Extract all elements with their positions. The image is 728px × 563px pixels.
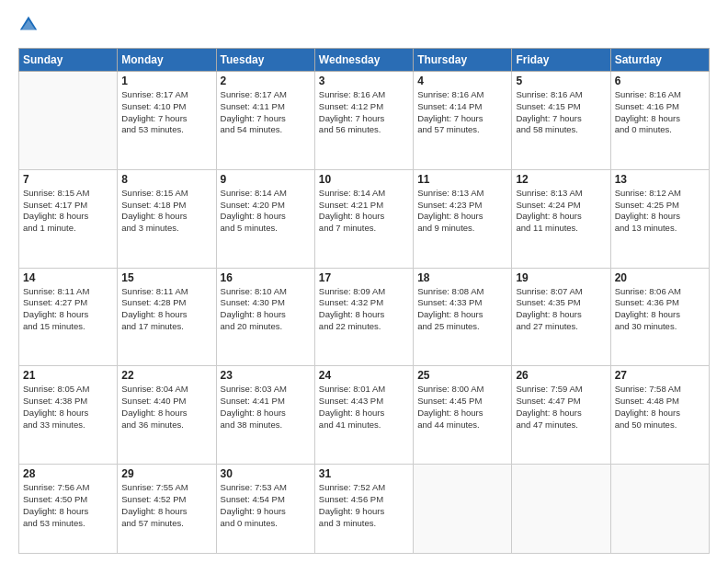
daylight-hours: Daylight: 8 hours (615, 309, 705, 321)
calendar-cell: 16Sunrise: 8:10 AMSunset: 4:30 PMDayligh… (216, 268, 314, 366)
day-number: 23 (221, 369, 311, 382)
daylight-hours: Daylight: 8 hours (221, 408, 311, 419)
calendar-table: SundayMondayTuesdayWednesdayThursdayFrid… (18, 48, 710, 554)
day-number: 7 (23, 173, 113, 186)
calendar-cell: 28Sunrise: 7:56 AMSunset: 4:50 PMDayligh… (19, 465, 118, 554)
daylight-minutes: and 25 minutes. (417, 321, 507, 333)
sunrise-text: Sunrise: 8:08 AM (417, 286, 507, 298)
sunset-text: Sunset: 4:45 PM (417, 396, 507, 408)
sunset-text: Sunset: 4:47 PM (516, 396, 606, 408)
sunset-text: Sunset: 4:28 PM (121, 297, 211, 309)
sunset-text: Sunset: 4:40 PM (121, 396, 211, 408)
daylight-minutes: and 0 minutes. (221, 518, 311, 530)
sunrise-text: Sunrise: 8:12 AM (615, 188, 705, 200)
daylight-minutes: and 13 minutes. (615, 223, 705, 235)
sunset-text: Sunset: 4:10 PM (121, 101, 211, 113)
daylight-minutes: and 15 minutes. (23, 321, 113, 333)
sunrise-text: Sunrise: 8:07 AM (516, 286, 606, 298)
sunset-text: Sunset: 4:14 PM (417, 101, 507, 113)
daylight-minutes: and 7 minutes. (319, 223, 409, 235)
daylight-minutes: and 3 minutes. (121, 223, 211, 235)
daylight-hours: Daylight: 9 hours (221, 506, 311, 518)
daylight-minutes: and 11 minutes. (516, 223, 606, 235)
day-number: 2 (221, 75, 311, 87)
daylight-minutes: and 56 minutes. (319, 124, 409, 136)
sunset-text: Sunset: 4:27 PM (23, 297, 113, 309)
day-number: 16 (221, 271, 311, 284)
daylight-hours: Daylight: 8 hours (121, 408, 211, 419)
sunrise-text: Sunrise: 7:55 AM (121, 482, 211, 494)
sunrise-text: Sunrise: 7:59 AM (516, 384, 606, 396)
page: SundayMondayTuesdayWednesdayThursdayFrid… (0, 0, 728, 563)
logo-icon (18, 15, 39, 35)
daylight-hours: Daylight: 8 hours (23, 408, 113, 419)
calendar-cell (512, 465, 610, 554)
sunset-text: Sunset: 4:36 PM (615, 297, 705, 309)
day-number: 8 (121, 173, 211, 186)
sunrise-text: Sunrise: 8:06 AM (615, 286, 705, 298)
sunset-text: Sunset: 4:56 PM (319, 494, 409, 506)
calendar-cell: 13Sunrise: 8:12 AMSunset: 4:25 PMDayligh… (610, 169, 709, 268)
daylight-minutes: and 5 minutes. (221, 223, 311, 235)
day-number: 6 (615, 75, 705, 87)
calendar-cell (414, 465, 512, 554)
daylight-hours: Daylight: 8 hours (121, 506, 211, 518)
sunrise-text: Sunrise: 8:15 AM (23, 188, 113, 200)
daylight-hours: Daylight: 8 hours (23, 309, 113, 321)
daylight-hours: Daylight: 8 hours (615, 408, 705, 419)
daylight-hours: Daylight: 8 hours (516, 408, 606, 419)
sunrise-text: Sunrise: 8:03 AM (221, 384, 311, 396)
sunrise-text: Sunrise: 8:15 AM (121, 188, 211, 200)
calendar-cell: 30Sunrise: 7:53 AMSunset: 4:54 PMDayligh… (216, 465, 314, 554)
day-number: 9 (221, 173, 311, 186)
daylight-minutes: and 30 minutes. (615, 321, 705, 333)
day-number: 31 (319, 467, 409, 480)
weekday-header: Monday (118, 49, 216, 72)
daylight-minutes: and 41 minutes. (319, 419, 409, 431)
daylight-minutes: and 53 minutes. (23, 518, 113, 530)
day-number: 20 (615, 271, 705, 284)
sunset-text: Sunset: 4:54 PM (221, 494, 311, 506)
calendar-cell: 5Sunrise: 8:16 AMSunset: 4:15 PMDaylight… (512, 72, 610, 170)
daylight-hours: Daylight: 8 hours (121, 309, 211, 321)
calendar-cell (19, 72, 118, 170)
daylight-hours: Daylight: 8 hours (615, 113, 705, 125)
calendar-cell: 3Sunrise: 8:16 AMSunset: 4:12 PMDaylight… (314, 72, 413, 170)
calendar-cell: 19Sunrise: 8:07 AMSunset: 4:35 PMDayligh… (512, 268, 610, 366)
sunset-text: Sunset: 4:43 PM (319, 396, 409, 408)
daylight-minutes: and 3 minutes. (319, 518, 409, 530)
daylight-minutes: and 44 minutes. (417, 419, 507, 431)
day-number: 19 (516, 271, 606, 284)
day-number: 5 (516, 75, 606, 87)
weekday-header: Tuesday (216, 49, 314, 72)
daylight-minutes: and 27 minutes. (516, 321, 606, 333)
calendar-cell: 11Sunrise: 8:13 AMSunset: 4:23 PMDayligh… (414, 169, 512, 268)
calendar-cell: 15Sunrise: 8:11 AMSunset: 4:28 PMDayligh… (118, 268, 216, 366)
day-number: 12 (516, 173, 606, 186)
daylight-minutes: and 38 minutes. (221, 419, 311, 431)
calendar-cell: 27Sunrise: 7:58 AMSunset: 4:48 PMDayligh… (610, 366, 709, 465)
daylight-minutes: and 20 minutes. (221, 321, 311, 333)
daylight-hours: Daylight: 7 hours (417, 113, 507, 125)
sunset-text: Sunset: 4:20 PM (221, 200, 311, 212)
sunrise-text: Sunrise: 7:58 AM (615, 384, 705, 396)
day-number: 3 (319, 75, 409, 87)
day-number: 27 (615, 369, 705, 382)
daylight-hours: Daylight: 8 hours (121, 211, 211, 223)
daylight-minutes: and 47 minutes. (516, 419, 606, 431)
calendar-cell: 18Sunrise: 8:08 AMSunset: 4:33 PMDayligh… (414, 268, 512, 366)
day-number: 21 (23, 369, 113, 382)
sunset-text: Sunset: 4:52 PM (121, 494, 211, 506)
day-number: 17 (319, 271, 409, 284)
day-number: 26 (516, 369, 606, 382)
day-number: 29 (121, 467, 211, 480)
daylight-minutes: and 53 minutes. (121, 124, 211, 136)
daylight-minutes: and 0 minutes. (615, 124, 705, 136)
daylight-hours: Daylight: 8 hours (319, 408, 409, 419)
sunrise-text: Sunrise: 8:16 AM (516, 89, 606, 101)
day-number: 10 (319, 173, 409, 186)
daylight-minutes: and 58 minutes. (516, 124, 606, 136)
sunrise-text: Sunrise: 8:05 AM (23, 384, 113, 396)
sunrise-text: Sunrise: 7:56 AM (23, 482, 113, 494)
day-number: 30 (221, 467, 311, 480)
